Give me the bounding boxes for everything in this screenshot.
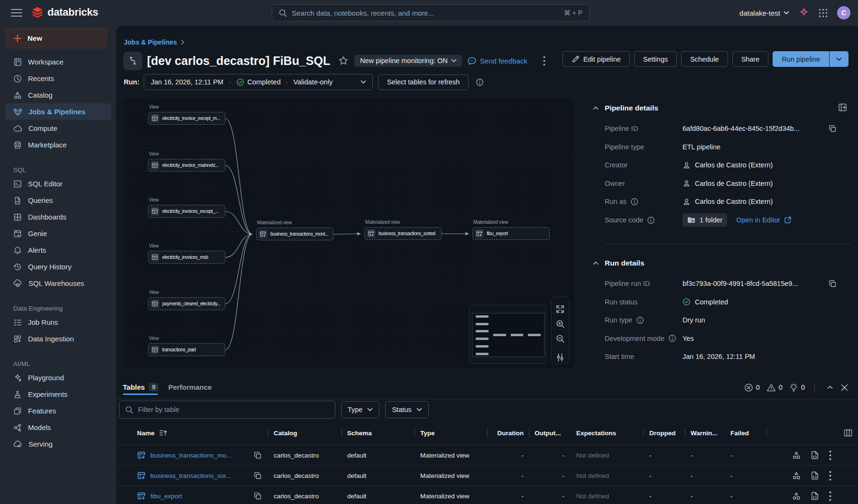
file-code-icon[interactable] (811, 451, 819, 459)
dag-node-electricity_invoices_except_[interactable]: electricity_invoices_except_... (148, 205, 225, 218)
info-icon[interactable] (476, 78, 484, 86)
close-panel-button[interactable] (839, 382, 850, 394)
apps-grid-button[interactable] (819, 9, 828, 18)
copy-icon[interactable] (254, 472, 262, 480)
dag-node-business_transactions_sorted[interactable]: business_transactions_sorted (364, 227, 442, 240)
column-header-name[interactable]: Name (116, 429, 268, 437)
sidebar-item-features[interactable]: Features (6, 403, 111, 419)
sidebar-item-experiments[interactable]: Experiments (6, 386, 111, 403)
open-in-editor-link[interactable]: Open in Editor (736, 216, 792, 224)
settings-button[interactable]: Settings (634, 51, 677, 67)
run-details-header[interactable]: Run details (593, 259, 645, 267)
column-header-type[interactable]: Type (415, 430, 487, 437)
table-name-link[interactable]: business_transactions_sor... (137, 471, 231, 480)
copy-icon[interactable] (254, 451, 262, 459)
run-pipeline-button[interactable]: Run pipeline (773, 51, 829, 67)
sidebar-item-queries[interactable]: Queries (6, 192, 111, 209)
tab-performance[interactable]: Performance (168, 383, 212, 392)
sidebar-item-catalog[interactable]: Catalog (6, 87, 111, 103)
hamburger-menu-icon[interactable] (10, 7, 24, 18)
sidebar-item-serving[interactable]: Serving (6, 436, 111, 452)
send-feedback-button[interactable]: Send feedback (467, 56, 527, 65)
new-button[interactable]: New (6, 28, 107, 48)
info-icon[interactable] (647, 216, 655, 224)
filter-table-input[interactable]: Filter by table (119, 401, 335, 419)
file-code-icon[interactable] (811, 471, 819, 480)
workspace-switcher[interactable]: datalake-test (739, 9, 789, 17)
dag-minimap[interactable] (469, 305, 546, 364)
dag-node-electricity_invoice_except_m[interactable]: electricity_invoice_except_m... (148, 112, 225, 125)
column-header-expect[interactable]: Expectations (571, 430, 643, 437)
info-icon[interactable] (630, 198, 638, 206)
row-kebab-menu[interactable] (829, 471, 831, 481)
copy-icon[interactable] (829, 280, 837, 288)
column-settings-icon[interactable] (844, 429, 852, 437)
edit-pipeline-button[interactable]: Edit pipeline (563, 51, 630, 67)
title-kebab-menu[interactable] (543, 56, 545, 66)
monitoring-toggle[interactable]: New pipeline monitoring: ON (354, 55, 462, 67)
copy-icon[interactable] (829, 125, 837, 133)
sidebar-item-sql-editor[interactable]: SQL Editor (6, 175, 111, 192)
type-filter-dropdown[interactable]: Type (341, 401, 379, 418)
collapse-panel-button[interactable] (825, 384, 835, 391)
select-tables-button[interactable]: Select tables for refresh (378, 74, 469, 90)
sidebar-item-alerts[interactable]: Alerts (6, 242, 111, 258)
sidebar-item-models[interactable]: Models (6, 419, 111, 436)
global-search-input[interactable]: Search data, notebooks, recents, and mor… (272, 4, 590, 21)
lineage-icon[interactable] (792, 451, 801, 459)
dag-node-electricity_invoices_msb[interactable]: electricity_invoices_msb (148, 251, 225, 264)
sidebar-item-workspace[interactable]: Workspace (6, 54, 111, 70)
column-header-schema[interactable]: Schema (341, 430, 415, 437)
column-header-output[interactable]: Output... (529, 430, 571, 437)
favorite-star-button[interactable] (338, 55, 349, 66)
file-code-icon[interactable] (811, 492, 819, 500)
dag-node-fibu_export[interactable]: fibu_export (472, 227, 550, 240)
column-header-warnings[interactable]: Warnin... (685, 430, 726, 437)
dag-node-payments_cleared_electricity[interactable]: payments_cleared_electricity... (148, 297, 225, 310)
table-name-link[interactable]: fibu_export (137, 492, 182, 500)
column-header-failed[interactable]: Failed (726, 430, 766, 437)
dag-node-transactions_paid[interactable]: transactions_paid (148, 343, 225, 356)
sidebar-item-recents[interactable]: Recents (6, 70, 111, 87)
pipeline-dag-canvas[interactable]: View electricity_invoice_except_m...View… (124, 99, 574, 368)
column-header-dropped[interactable]: Dropped (643, 430, 685, 437)
assistant-button[interactable] (799, 8, 809, 18)
copy-icon[interactable] (254, 492, 262, 500)
run-selector-dropdown[interactable]: Jan 16, 2026, 12:11 PM · Completed · Val… (144, 74, 373, 90)
status-filter-dropdown[interactable]: Status (385, 401, 428, 418)
dag-node-electricity_invoice_mainnetz[interactable]: electricity_invoice_mainnetz... (148, 159, 225, 172)
sidebar-item-sql-warehouses[interactable]: SQL Warehouses (6, 275, 111, 292)
row-kebab-menu[interactable] (829, 450, 831, 460)
sidebar-item-query-history[interactable]: Query History (6, 258, 111, 275)
sidebar-item-compute[interactable]: Compute (6, 120, 111, 137)
row-kebab-menu[interactable] (829, 491, 831, 501)
dag-node-business_transactions_mont[interactable]: business_transactions_mont... (256, 228, 333, 240)
user-avatar[interactable]: C (837, 6, 850, 19)
column-header-duration[interactable]: Duration (487, 430, 529, 437)
graph-settings-button[interactable] (556, 350, 564, 365)
sidebar-item-marketplace[interactable]: Marketplace (6, 137, 111, 153)
run-pipeline-dropdown[interactable] (829, 51, 849, 67)
fullscreen-button[interactable] (555, 302, 565, 317)
table-name-link[interactable]: business_transactions_mo... (137, 451, 231, 459)
info-icon[interactable] (668, 334, 676, 342)
sidebar-item-playground[interactable]: Playground (6, 369, 111, 386)
lineage-icon[interactable] (792, 471, 801, 480)
sidebar-item-jobs-pipelines[interactable]: Jobs & Pipelines (6, 103, 111, 120)
zoom-out-button[interactable] (556, 331, 565, 346)
share-button[interactable]: Share (732, 51, 769, 67)
sidebar-item-job-runs[interactable]: Job Runs (6, 314, 111, 330)
pipeline-details-header[interactable]: Pipeline details (593, 104, 658, 112)
panel-collapse-button[interactable] (838, 103, 847, 112)
breadcrumb-jobs-pipelines[interactable]: Jobs & Pipelines (124, 38, 177, 46)
sidebar-item-data-ingestion[interactable]: Data Ingestion (6, 330, 111, 347)
tab-tables[interactable]: Tables9 (123, 383, 158, 392)
schedule-button[interactable]: Schedule (681, 51, 728, 67)
zoom-in-button[interactable] (556, 317, 565, 331)
lineage-icon[interactable] (792, 492, 801, 500)
sidebar-item-dashboards[interactable]: Dashboards (6, 209, 111, 225)
databricks-logo[interactable]: databricks (31, 6, 98, 18)
info-icon[interactable] (636, 316, 644, 324)
column-header-catalog[interactable]: Catalog (268, 430, 341, 437)
sidebar-item-genie[interactable]: Genie (6, 225, 111, 242)
